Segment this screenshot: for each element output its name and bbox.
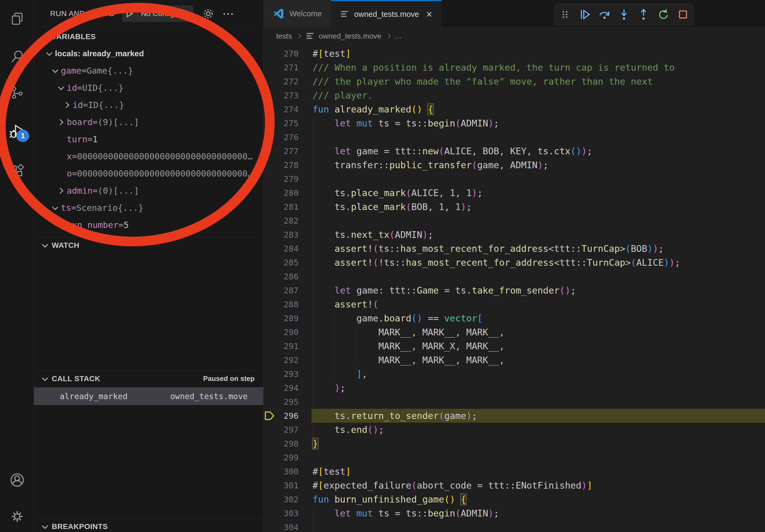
line-number[interactable]: 285: [284, 256, 299, 269]
chevron-right-icon[interactable]: [63, 102, 69, 108]
code-line[interactable]: 279: [264, 172, 765, 186]
line-number[interactable]: 299: [284, 450, 299, 464]
code-line[interactable]: 296 ts.return_to_sender(game);: [264, 409, 765, 423]
code-line[interactable]: 298}: [264, 437, 765, 450]
line-number[interactable]: 270: [284, 47, 299, 61]
code-line[interactable]: 283 ts.next_tx(ADMIN);: [264, 228, 765, 242]
code-line[interactable]: 295: [264, 395, 765, 409]
line-number[interactable]: 271: [284, 61, 299, 75]
variable-row[interactable]: game = Game{...}: [34, 62, 263, 79]
code-line[interactable]: 278 transfer::public_transfer(game, ADMI…: [264, 158, 765, 172]
chevron-down-icon[interactable]: [52, 67, 58, 73]
line-number[interactable]: 286: [284, 269, 299, 283]
line-number[interactable]: 283: [284, 228, 299, 242]
line-number[interactable]: 289: [284, 311, 299, 325]
variable-row[interactable]: id = UID{...}: [34, 79, 263, 97]
line-number[interactable]: 290: [284, 325, 299, 339]
tab-welcome[interactable]: Welcome: [264, 0, 331, 27]
line-number[interactable]: 297: [284, 423, 299, 437]
line-number[interactable]: 304: [284, 520, 299, 532]
line-number[interactable]: 284: [284, 242, 299, 256]
source-control-icon[interactable]: [0, 79, 34, 106]
line-number[interactable]: 300: [284, 464, 299, 478]
code-line[interactable]: 293 ],: [264, 367, 765, 381]
variable-row[interactable]: turn = 1: [34, 131, 263, 148]
chevron-down-icon[interactable]: [58, 84, 64, 90]
code-line[interactable]: 288 assert!(: [264, 297, 765, 311]
line-number[interactable]: 287: [284, 283, 299, 297]
code-line[interactable]: 275 let mut ts = ts::begin(ADMIN);: [264, 116, 765, 130]
code-line[interactable]: 280 ts.place_mark(ALICE, 1, 1);: [264, 186, 765, 200]
code-line[interactable]: 301#[expected_failure(abort_code = ttt::…: [264, 478, 765, 492]
line-number[interactable]: 298: [284, 437, 299, 450]
variable-row[interactable]: board = (9)[...]: [34, 114, 263, 131]
stop-button[interactable]: [674, 6, 692, 23]
explorer-icon[interactable]: [0, 5, 34, 32]
line-number[interactable]: 280: [284, 186, 299, 200]
continue-button[interactable]: [576, 6, 593, 23]
variable-row[interactable]: txn_number = 5: [34, 216, 263, 234]
code-line[interactable]: 299: [264, 450, 765, 464]
code-line[interactable]: 270#[test]: [264, 47, 765, 61]
code-line[interactable]: 302fun burn_unfinished_game() {: [264, 492, 765, 506]
code-line[interactable]: 297 ts.end();: [264, 423, 765, 437]
line-number[interactable]: 294: [284, 381, 299, 395]
line-number[interactable]: 302: [284, 492, 299, 506]
line-number[interactable]: 303: [284, 506, 299, 520]
line-number[interactable]: 291: [284, 339, 299, 353]
restart-button[interactable]: [655, 6, 672, 23]
code-line[interactable]: 274fun already_marked() {: [264, 102, 765, 116]
code-line[interactable]: 289 game.board() == vector[: [264, 311, 765, 325]
code-line[interactable]: 281 ts.place_mark(BOB, 1, 1);: [264, 200, 765, 214]
line-number[interactable]: 276: [284, 130, 299, 144]
code-line[interactable]: 276: [264, 130, 765, 144]
gear-icon[interactable]: [202, 8, 214, 20]
variable-row[interactable]: id = ID{...}: [34, 97, 263, 114]
toolbar-drag-handle[interactable]: [556, 6, 574, 23]
chevron-right-icon[interactable]: [57, 119, 64, 126]
line-number[interactable]: 279: [284, 172, 299, 186]
code-line[interactable]: 287 let game: ttt::Game = ts.take_from_s…: [264, 283, 765, 297]
line-number[interactable]: 281: [284, 200, 299, 214]
step-into-button[interactable]: [615, 6, 633, 23]
code-line[interactable]: 300#[test]: [264, 464, 765, 478]
line-number[interactable]: 277: [284, 144, 299, 158]
chevron-down-icon[interactable]: [46, 50, 53, 56]
line-number[interactable]: 273: [284, 89, 299, 102]
code-line[interactable]: 294 );: [264, 381, 765, 395]
code-line[interactable]: 277 let game = ttt::new(ALICE, BOB, KEY,…: [264, 144, 765, 158]
search-icon[interactable]: [0, 43, 34, 70]
line-number[interactable]: 275: [284, 116, 299, 130]
line-number[interactable]: 296: [284, 409, 299, 423]
line-number[interactable]: 274: [284, 102, 299, 116]
variable-row[interactable]: locals: already_marked: [34, 45, 263, 62]
watch-section-header[interactable]: WATCH: [34, 237, 263, 253]
callstack-frame-row[interactable]: already_marked owned_tests.move: [34, 387, 263, 405]
line-number[interactable]: 301: [284, 478, 299, 492]
code-line[interactable]: 304: [264, 520, 765, 532]
variable-row[interactable]: x = 000000000000000000000000000000000…: [34, 148, 263, 165]
code-line[interactable]: 303 let mut ts = ts::begin(ADMIN);: [264, 506, 765, 520]
line-number[interactable]: 292: [284, 353, 299, 367]
breadcrumb-item-symbol[interactable]: ...: [395, 32, 401, 40]
step-over-button[interactable]: [596, 6, 613, 23]
line-number[interactable]: 278: [284, 158, 299, 172]
code-line[interactable]: 286: [264, 269, 765, 283]
line-number[interactable]: 295: [284, 395, 299, 409]
step-out-button[interactable]: [635, 6, 652, 23]
code-line[interactable]: 282: [264, 214, 765, 228]
line-number[interactable]: 293: [284, 367, 299, 381]
breadcrumb-item-file[interactable]: owned_tests.move: [319, 32, 381, 40]
chevron-down-icon[interactable]: [52, 204, 58, 210]
launch-config-dropdown[interactable]: No Configur: [122, 5, 193, 22]
settings-gear-icon[interactable]: [0, 503, 34, 530]
line-number[interactable]: 282: [284, 214, 299, 228]
variable-row[interactable]: o = 000000000000000000000000000000000…: [34, 165, 263, 182]
code-line[interactable]: 290 MARK__, MARK__, MARK__,: [264, 325, 765, 339]
chevron-right-icon[interactable]: [57, 188, 64, 194]
code-line[interactable]: 284 assert!(ts::has_most_recent_for_addr…: [264, 242, 765, 256]
code-line[interactable]: 273/// player.: [264, 89, 765, 102]
breadcrumb-item-tests[interactable]: tests: [276, 32, 292, 40]
variables-section-header[interactable]: VARIABLES: [34, 28, 263, 45]
variable-row[interactable]: ts = Scenario{...}: [34, 199, 263, 216]
